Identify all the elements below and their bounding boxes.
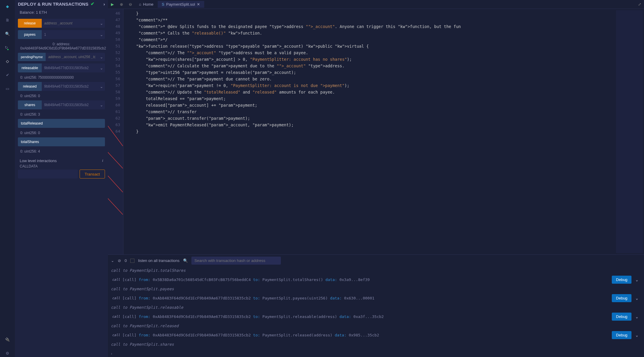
info-icon[interactable]: i (102, 158, 103, 163)
release-input[interactable] (42, 19, 98, 28)
totalReleased-result: 0: uint256: 0 (15, 129, 108, 136)
settings-icon[interactable]: ⚙ (4, 349, 11, 357)
line-gutter: 46474849505152535455565758596061626364 (108, 9, 123, 254)
releasable-result: 0: uint256: 750000000000000000 (15, 74, 108, 81)
file-explorer-icon[interactable]: 🗎 (4, 16, 11, 24)
released-button[interactable]: released (18, 82, 42, 91)
released-expand[interactable]: ⌄ (98, 82, 105, 91)
pending-expand[interactable]: ⌄ (98, 53, 105, 61)
remix-logo-icon[interactable]: ◆ (4, 2, 11, 10)
chevron-right-icon[interactable]: › (103, 1, 105, 7)
clear-icon[interactable]: ⊘ (118, 258, 121, 263)
pending-count: 0 (125, 258, 127, 263)
close-tab-icon[interactable]: ✕ (197, 2, 200, 7)
log-pre: call to PaymentSplit.releasable (111, 305, 641, 310)
log-call-row: call [call] from: 0x5B38Da6a701c568545dC… (111, 273, 641, 286)
log-pre: call to PaymentSplit.shares (111, 342, 641, 347)
call-badge: call (112, 315, 120, 319)
totalShares-result: 0: uint256: 4 (15, 148, 108, 155)
expand-log-icon[interactable]: ⌄ (634, 296, 640, 300)
listen-label: listen on all transactions (138, 258, 179, 263)
shares-button[interactable]: shares (18, 100, 42, 109)
plugin-icon[interactable]: ▭ (4, 85, 11, 92)
debug-button[interactable]: Debug (612, 294, 631, 302)
log-call-row: call [call] from: 0xAb8483F64d9C6d1EcF9b… (111, 310, 641, 323)
debug-button[interactable]: Debug (612, 276, 631, 284)
releasable-button[interactable]: releasable (18, 63, 42, 72)
calldata-label: CALLDATA (15, 164, 108, 168)
terminal-prompt[interactable]: › (108, 350, 644, 357)
released-result: 0: uint256: 0 (15, 92, 108, 99)
releasable-input[interactable] (42, 63, 98, 72)
expand-icon[interactable]: ⤢ (635, 2, 644, 7)
released-input[interactable] (42, 82, 98, 91)
expand-log-icon[interactable]: ⌄ (634, 277, 640, 282)
releasable-expand[interactable]: ⌄ (98, 63, 105, 72)
log-call-row: call [call] from: 0xAb8483F64d9C6d1EcF9b… (111, 329, 641, 342)
plugins-bottom-icon[interactable]: 🔌 (4, 336, 11, 343)
balance-label: Balance: 1 ETH (15, 9, 108, 18)
deploy-icon[interactable]: ◇ (4, 57, 11, 65)
listen-checkbox[interactable] (130, 259, 134, 263)
totalShares-button[interactable]: totalShares (18, 137, 105, 146)
run-icon[interactable]: ▶ (108, 2, 117, 7)
zoom-out-icon[interactable]: ⊖ (126, 2, 135, 7)
home-icon: ⌂ (139, 2, 141, 7)
log-pre: call to PaymentSplit.released (111, 323, 641, 329)
release-button[interactable]: release (18, 19, 42, 28)
shares-result: 0: uint256: 3 (15, 111, 108, 118)
term-search-icon[interactable]: 🔍 (183, 258, 188, 263)
payees-expand[interactable]: ⌄ (98, 30, 105, 39)
expand-log-icon[interactable]: ⌄ (634, 333, 640, 337)
search-icon[interactable]: 🔍 (4, 30, 11, 38)
release-expand[interactable]: ⌄ (98, 19, 105, 28)
debug-button[interactable]: Debug (612, 313, 631, 321)
deploy-run-panel: DEPLOY & RUN TRANSACTIONS ✔ › Balance: 1… (15, 0, 108, 357)
expand-log-icon[interactable]: ⌄ (634, 314, 640, 319)
call-badge: call (112, 296, 120, 300)
low-level-title: Low level interactions (20, 159, 57, 163)
file-icon: S (162, 2, 165, 7)
payees-button[interactable]: payees (18, 30, 42, 39)
home-tab[interactable]: ⌂ Home (135, 1, 158, 8)
totalReleased-button[interactable]: totalReleased (18, 119, 105, 128)
calldata-input[interactable] (18, 170, 78, 178)
zoom-in-icon[interactable]: ⊕ (117, 2, 126, 7)
pending-input[interactable] (46, 53, 98, 61)
minimap[interactable] (616, 10, 643, 253)
icon-rail: ◆ 🗎 🔍 ↻● ◇ ✔ ▭ 🔌 ⚙ (0, 0, 15, 357)
terminal-panel: ⌄ ⊘ 0 listen on all transactions 🔍 call … (108, 254, 644, 357)
debug-button[interactable]: Debug (612, 331, 631, 339)
log-pre: call to PaymentSplit.payees (111, 286, 641, 292)
debugger-icon[interactable]: ✔ (4, 71, 11, 79)
tx-search-input[interactable] (191, 257, 281, 265)
editor-tabs: ▶ ⊕ ⊖ ⌂ Home S PaymentSplit.sol ✕ ⤢ (108, 0, 644, 9)
collapse-icon[interactable]: ⌄ (111, 258, 114, 263)
payees-result: 0: address: 0xAb8483F64d9C6d1EcF9b849Ae6… (15, 40, 108, 52)
log-call-row: call [call] from: 0xAb8483F64d9C6d1EcF9b… (111, 292, 641, 305)
transact-button[interactable]: Transact (80, 170, 105, 178)
pending-button[interactable]: pendingPayme (18, 53, 46, 61)
payees-input[interactable] (42, 30, 98, 39)
shares-input[interactable] (42, 100, 98, 109)
compiler-icon[interactable]: ↻● (4, 44, 11, 51)
code-editor[interactable]: } "comment">/** "comment">* @dev Splits … (123, 9, 615, 254)
panel-title: DEPLOY & RUN TRANSACTIONS (18, 1, 88, 7)
check-icon: ✔ (91, 1, 95, 7)
log-pre: call to PaymentSplit.totalShares (111, 268, 641, 273)
file-tab[interactable]: S PaymentSplit.sol ✕ (158, 1, 205, 8)
call-badge: call (112, 333, 120, 337)
call-badge: call (112, 278, 120, 282)
shares-expand[interactable]: ⌄ (98, 100, 105, 109)
